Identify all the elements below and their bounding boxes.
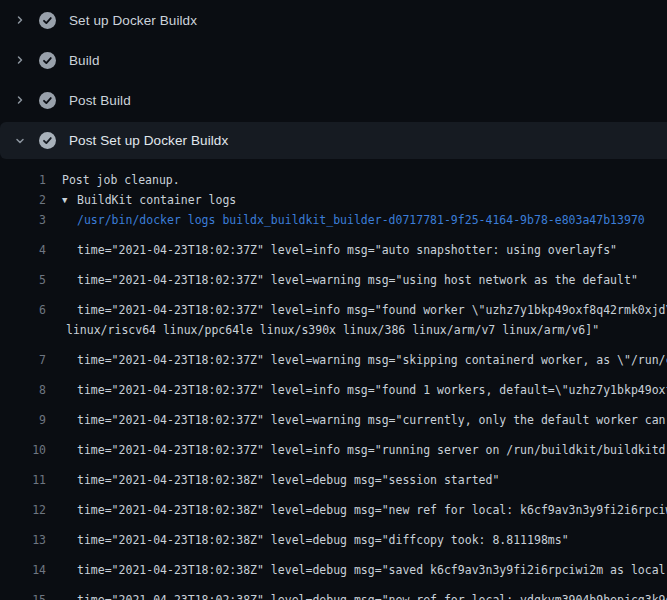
line-number[interactable]: 10 [0,440,46,460]
chevron-right-icon[interactable] [12,92,28,108]
step-label: Build [69,53,100,68]
check-circle-icon [39,52,56,69]
line-number[interactable]: 9 [0,410,46,430]
log-line: 8time="2021-04-23T18:02:37Z" level=info … [0,370,667,400]
log-line: 14time="2021-04-23T18:02:38Z" level=debu… [0,550,667,580]
step-label: Post Build [69,93,131,108]
step-label: Set up Docker Buildx [69,13,197,28]
log-line: 12time="2021-04-23T18:02:38Z" level=debu… [0,490,667,520]
log-line: 2▼BuildKit container logs [0,190,667,210]
log-text: time="2021-04-23T18:02:37Z" level=info m… [46,300,667,320]
line-number[interactable]: 7 [0,350,46,370]
log-text: time="2021-04-23T18:02:38Z" level=debug … [46,590,667,600]
step-list: Set up Docker Buildx Build Post Build [0,0,667,159]
check-circle-icon [39,132,56,149]
log-line: 1Post job cleanup. [0,170,667,190]
log-line: linux/riscv64 linux/ppc64le linux/s390x … [0,320,667,340]
log-text: linux/riscv64 linux/ppc64le linux/s390x … [46,320,599,340]
log-line: 11time="2021-04-23T18:02:38Z" level=debu… [0,460,667,490]
line-number[interactable]: 2 [0,190,46,210]
chevron-right-icon[interactable] [12,52,28,68]
step-post-build[interactable]: Post Build [0,80,667,120]
line-number[interactable]: 15 [0,590,46,600]
line-number[interactable]: 11 [0,470,46,490]
line-number[interactable]: 4 [0,240,46,260]
line-number[interactable]: 3 [0,210,46,230]
line-number[interactable]: 12 [0,500,46,520]
log-line: 9time="2021-04-23T18:02:37Z" level=warni… [0,400,667,430]
line-number[interactable]: 14 [0,560,46,580]
line-number[interactable]: 1 [0,170,46,190]
log-area: 1Post job cleanup.2▼BuildKit container l… [0,160,667,600]
line-number[interactable]: 8 [0,380,46,400]
log-text: time="2021-04-23T18:02:37Z" level=info m… [46,240,617,260]
step-build[interactable]: Build [0,40,667,80]
check-circle-icon [39,12,56,29]
log-text: time="2021-04-23T18:02:37Z" level=info m… [46,380,667,400]
actions-log-viewer: Set up Docker Buildx Build Post Build [0,0,667,600]
log-group-title[interactable]: BuildKit container logs [77,190,236,210]
log-text: Post job cleanup. [46,170,180,190]
log-text: time="2021-04-23T18:02:37Z" level=warnin… [46,270,638,290]
step-post-set-up-docker-buildx[interactable]: Post Set up Docker Buildx [0,122,667,159]
log-text: time="2021-04-23T18:02:37Z" level=warnin… [46,350,667,370]
log-command-text: /usr/bin/docker logs buildx_buildkit_bui… [46,210,645,230]
log-line: 4time="2021-04-23T18:02:37Z" level=info … [0,230,667,260]
line-number[interactable]: 13 [0,530,46,550]
line-number [0,320,46,340]
log-text: time="2021-04-23T18:02:38Z" level=debug … [46,470,499,490]
log-line: 10time="2021-04-23T18:02:37Z" level=info… [0,430,667,460]
log-text: time="2021-04-23T18:02:38Z" level=debug … [46,500,667,520]
line-number[interactable]: 5 [0,270,46,290]
line-number[interactable]: 6 [0,300,46,320]
log-line: 13time="2021-04-23T18:02:38Z" level=debu… [0,520,667,550]
chevron-right-icon[interactable] [12,12,28,28]
log-line: 3/usr/bin/docker logs buildx_buildkit_bu… [0,210,667,230]
log-line: 15time="2021-04-23T18:02:38Z" level=debu… [0,580,667,600]
log-line: 6time="2021-04-23T18:02:37Z" level=info … [0,290,667,320]
log-text: time="2021-04-23T18:02:37Z" level=info m… [46,440,667,460]
log-text: time="2021-04-23T18:02:38Z" level=debug … [46,560,667,580]
group-collapse-caret-icon[interactable]: ▼ [46,190,77,210]
log-line: 7time="2021-04-23T18:02:37Z" level=warni… [0,340,667,370]
log-line: 5time="2021-04-23T18:02:37Z" level=warni… [0,260,667,290]
log-text: time="2021-04-23T18:02:37Z" level=warnin… [46,410,667,430]
check-circle-icon [39,92,56,109]
log-text: time="2021-04-23T18:02:38Z" level=debug … [46,530,569,550]
step-label: Post Set up Docker Buildx [69,133,228,148]
chevron-down-icon[interactable] [12,133,28,149]
step-set-up-docker-buildx[interactable]: Set up Docker Buildx [0,0,667,40]
